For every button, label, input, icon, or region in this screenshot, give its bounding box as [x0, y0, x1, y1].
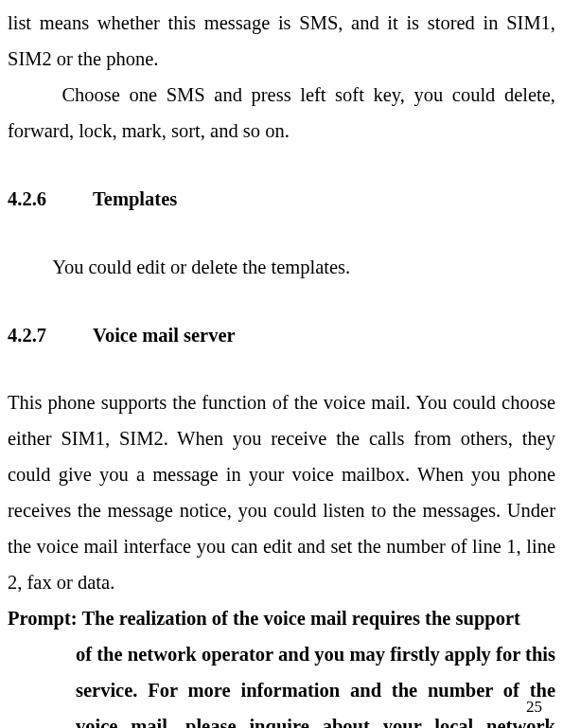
- intro-paragraph-2: Choose one SMS and press left soft key, …: [8, 78, 555, 150]
- page-number: 25: [526, 698, 542, 717]
- prompt-label: Prompt:: [8, 608, 81, 629]
- intro-paragraph-1: list means whether this message is SMS, …: [8, 6, 555, 78]
- section-number: 4.2.6: [8, 182, 93, 218]
- prompt-first-line: Prompt: The realization of the voice mai…: [8, 601, 555, 637]
- section-title: Voice mail server: [93, 318, 236, 354]
- voicemail-body: This phone supports the function of the …: [8, 385, 555, 601]
- section-heading-templates: 4.2.6 Templates: [8, 182, 555, 218]
- section-heading-voicemail: 4.2.7 Voice mail server: [8, 318, 555, 354]
- prompt-continuation: of the network operator and you may firs…: [8, 637, 555, 728]
- section-number: 4.2.7: [8, 318, 93, 354]
- section-title: Templates: [93, 182, 177, 218]
- prompt-first-text: The realization of the voice mail requir…: [81, 608, 520, 629]
- templates-body: You could edit or delete the templates.: [8, 250, 555, 286]
